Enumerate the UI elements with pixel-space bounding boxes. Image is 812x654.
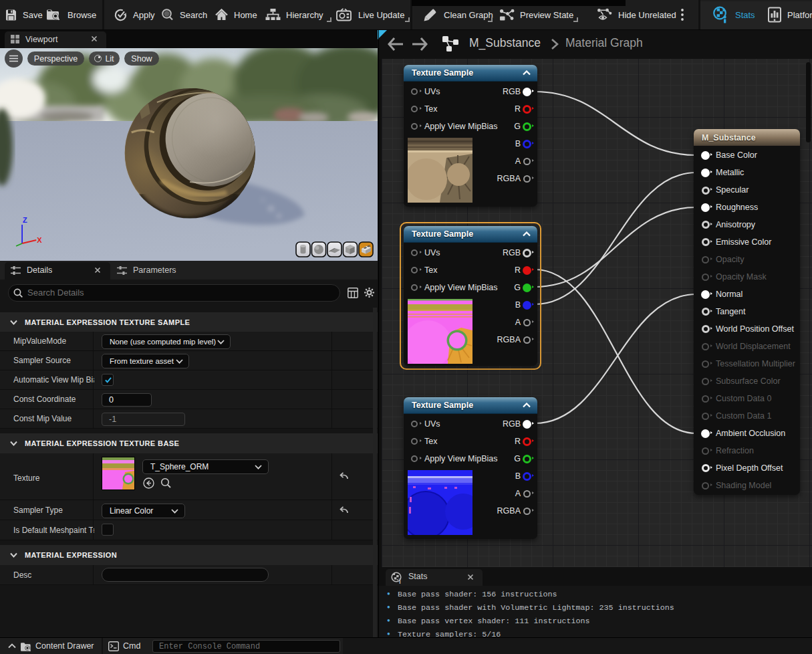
svg-text:i: i	[399, 578, 401, 584]
svg-text:X: X	[37, 236, 42, 244]
svg-text:Z: Z	[23, 216, 27, 224]
